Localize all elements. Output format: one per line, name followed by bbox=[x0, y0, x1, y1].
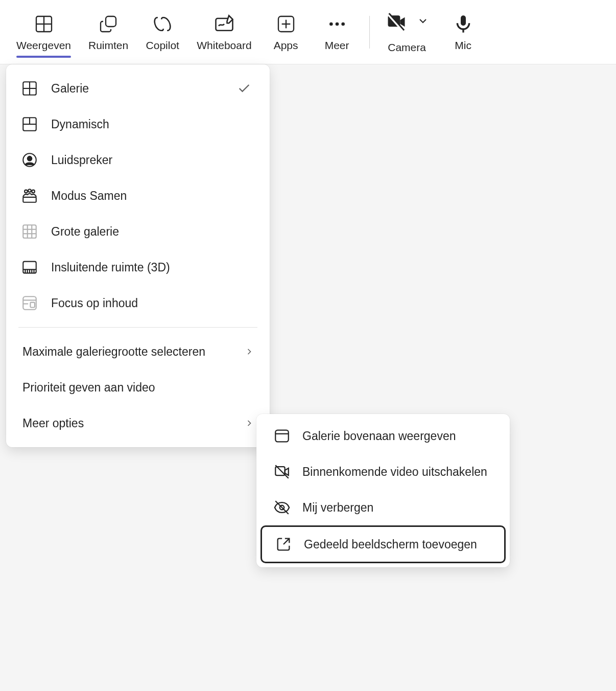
svg-point-10 bbox=[341, 22, 345, 26]
menu-item-meer-opties[interactable]: Meer opties bbox=[6, 405, 270, 441]
toolbar-apps-button[interactable]: Apps bbox=[263, 8, 309, 57]
gallery-icon bbox=[33, 13, 55, 35]
window-icon bbox=[273, 427, 291, 445]
menu-divider bbox=[18, 327, 257, 328]
svg-rect-13 bbox=[461, 15, 466, 26]
view-dropdown-menu: Galerie Dynamisch Luidspreker bbox=[6, 64, 270, 447]
toolbar-mic-button[interactable]: Mic bbox=[440, 8, 486, 57]
focus-content-icon bbox=[20, 294, 39, 312]
toolbar-label: Meer bbox=[325, 39, 349, 52]
speaker-icon bbox=[20, 151, 39, 169]
menu-item-label: Maximale galeriegrootte selecteren bbox=[22, 345, 231, 359]
menu-item-label: Modus Samen bbox=[51, 189, 255, 203]
toolbar-label: Weergeven bbox=[16, 39, 71, 52]
chevron-right-icon bbox=[243, 417, 255, 429]
menu-item-galerie[interactable]: Galerie bbox=[6, 71, 270, 106]
svg-point-8 bbox=[329, 22, 333, 26]
svg-rect-42 bbox=[30, 303, 35, 308]
menu-item-insluitende-ruimte[interactable]: Insluitende ruimte (3D) bbox=[6, 249, 270, 285]
toolbar-label: Ruimten bbox=[88, 39, 128, 52]
submenu-item-mij-verbergen[interactable]: Mij verbergen bbox=[260, 490, 506, 525]
toolbar-label: Mic bbox=[455, 39, 471, 52]
toolbar-label: Copilot bbox=[146, 39, 179, 52]
toolbar-label: Apps bbox=[274, 39, 298, 52]
menu-item-luidspreker[interactable]: Luidspreker bbox=[6, 142, 270, 178]
menu-item-label: Dynamisch bbox=[51, 118, 255, 131]
menu-item-maximale-galeriegrootte[interactable]: Maximale galeriegrootte selecteren bbox=[6, 334, 270, 370]
submenu-item-label: Gedeeld beeldscherm toevoegen bbox=[304, 538, 492, 551]
menu-item-modus-samen[interactable]: Modus Samen bbox=[6, 178, 270, 214]
rooms-icon bbox=[97, 13, 120, 35]
menu-item-grote-galerie[interactable]: Grote galerie bbox=[6, 214, 270, 249]
toolbar-weergeven-button[interactable]: Weergeven bbox=[10, 8, 77, 57]
menu-item-label: Luidspreker bbox=[51, 153, 255, 167]
mic-icon bbox=[452, 13, 475, 35]
gallery-icon bbox=[20, 79, 39, 98]
svg-line-48 bbox=[283, 539, 289, 544]
chevron-down-icon[interactable] bbox=[417, 15, 429, 29]
large-gallery-icon bbox=[20, 222, 39, 241]
menu-item-label: Meer opties bbox=[22, 417, 231, 430]
apps-icon bbox=[275, 13, 297, 35]
menu-item-focus-op-inhoud[interactable]: Focus op inhoud bbox=[6, 285, 270, 321]
toolbar-label: Camera bbox=[388, 41, 426, 53]
more-icon bbox=[326, 13, 348, 35]
svg-rect-3 bbox=[106, 16, 116, 27]
more-options-submenu: Galerie bovenaan weergeven Binnenkomende… bbox=[256, 414, 510, 567]
svg-point-9 bbox=[335, 22, 339, 26]
dynamic-gallery-icon bbox=[20, 115, 39, 133]
svg-rect-43 bbox=[275, 430, 289, 442]
submenu-item-galerie-bovenaan[interactable]: Galerie bovenaan weergeven bbox=[260, 418, 506, 454]
submenu-item-label: Mij verbergen bbox=[302, 501, 493, 515]
toolbar-meer-button[interactable]: Meer bbox=[314, 8, 360, 57]
whiteboard-icon bbox=[213, 13, 235, 35]
menu-item-label: Insluitende ruimte (3D) bbox=[51, 261, 255, 274]
menu-item-label: Galerie bbox=[51, 82, 225, 96]
copilot-icon bbox=[151, 13, 174, 35]
svg-point-24 bbox=[28, 189, 31, 192]
immersive-icon bbox=[20, 258, 39, 277]
toolbar: Weergeven Ruimten Copilot Whiteb bbox=[0, 0, 616, 64]
video-off-icon bbox=[273, 463, 291, 481]
chevron-right-icon bbox=[243, 346, 255, 358]
toolbar-copilot-button[interactable]: Copilot bbox=[139, 8, 185, 57]
submenu-item-gedeeld-beeldscherm[interactable]: Gedeeld beeldscherm toevoegen bbox=[260, 525, 506, 563]
camera-off-icon bbox=[385, 11, 408, 33]
eye-off-icon bbox=[273, 498, 291, 517]
menu-item-label: Grote galerie bbox=[51, 225, 255, 239]
submenu-item-binnenkomende-video[interactable]: Binnenkomende video uitschakelen bbox=[260, 454, 506, 490]
together-mode-icon bbox=[20, 187, 39, 205]
menu-item-label: Focus op inhoud bbox=[51, 296, 255, 310]
toolbar-whiteboard-button[interactable]: Whiteboard bbox=[191, 8, 257, 57]
svg-point-22 bbox=[28, 156, 32, 161]
submenu-item-label: Binnenkomende video uitschakelen bbox=[302, 465, 493, 479]
svg-rect-27 bbox=[23, 225, 36, 238]
toolbar-ruimten-button[interactable]: Ruimten bbox=[82, 8, 134, 57]
menu-item-prioriteit-video[interactable]: Prioriteit geven aan video bbox=[6, 370, 270, 405]
toolbar-divider bbox=[369, 16, 370, 49]
submenu-item-label: Galerie bovenaan weergeven bbox=[302, 429, 493, 443]
svg-point-25 bbox=[32, 190, 35, 193]
toolbar-camera-button[interactable]: Camera bbox=[379, 6, 435, 59]
check-icon bbox=[237, 81, 251, 96]
svg-rect-26 bbox=[23, 197, 36, 202]
toolbar-label: Whiteboard bbox=[197, 39, 251, 52]
popout-icon bbox=[274, 535, 293, 554]
menu-item-dynamisch[interactable]: Dynamisch bbox=[6, 106, 270, 142]
svg-point-23 bbox=[25, 190, 28, 193]
menu-item-label: Prioriteit geven aan video bbox=[22, 381, 255, 395]
